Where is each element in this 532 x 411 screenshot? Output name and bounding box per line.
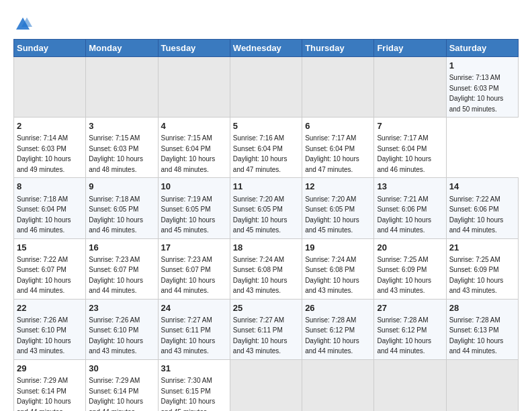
calendar-cell: 14Sunrise: 7:22 AMSunset: 6:06 PMDayligh… [446, 178, 518, 238]
day-number: 13 [377, 181, 443, 193]
calendar-cell [230, 57, 302, 118]
calendar-cell: 3Sunrise: 7:15 AMSunset: 6:03 PMDaylight… [86, 118, 158, 178]
calendar-cell: 30Sunrise: 7:29 AMSunset: 6:14 PMDayligh… [86, 359, 158, 411]
day-info: Sunrise: 7:29 AMSunset: 6:14 PMDaylight:… [17, 377, 71, 411]
day-info: Sunrise: 7:25 AMSunset: 6:09 PMDaylight:… [377, 256, 431, 295]
day-info: Sunrise: 7:22 AMSunset: 6:07 PMDaylight:… [17, 256, 71, 295]
day-number: 24 [161, 302, 227, 314]
day-number: 21 [449, 242, 515, 254]
calendar-cell [446, 359, 518, 411]
day-info: Sunrise: 7:22 AMSunset: 6:06 PMDaylight:… [449, 195, 504, 234]
day-info: Sunrise: 7:24 AMSunset: 6:08 PMDaylight:… [233, 256, 287, 295]
calendar-cell [302, 57, 374, 118]
calendar-cell: 26Sunrise: 7:28 AMSunset: 6:12 PMDayligh… [302, 299, 374, 359]
day-info: Sunrise: 7:30 AMSunset: 6:15 PMDaylight:… [161, 377, 216, 411]
weekday-header-sunday: Sunday [14, 40, 86, 57]
day-info: Sunrise: 7:14 AMSunset: 6:03 PMDaylight:… [17, 134, 71, 173]
calendar-cell: 22Sunrise: 7:26 AMSunset: 6:10 PMDayligh… [14, 299, 86, 359]
calendar-week-row: 22Sunrise: 7:26 AMSunset: 6:10 PMDayligh… [14, 299, 519, 359]
calendar-cell: 12Sunrise: 7:20 AMSunset: 6:05 PMDayligh… [302, 178, 374, 238]
day-info: Sunrise: 7:17 AMSunset: 6:04 PMDaylight:… [305, 134, 359, 173]
day-number: 15 [17, 242, 83, 254]
day-info: Sunrise: 7:19 AMSunset: 6:05 PMDaylight:… [161, 195, 216, 234]
weekday-header-wednesday: Wednesday [230, 40, 302, 57]
day-info: Sunrise: 7:17 AMSunset: 6:04 PMDaylight:… [377, 134, 431, 173]
day-number: 7 [377, 120, 443, 132]
calendar-cell: 24Sunrise: 7:27 AMSunset: 6:11 PMDayligh… [158, 299, 230, 359]
calendar-cell: 8Sunrise: 7:18 AMSunset: 6:04 PMDaylight… [14, 178, 86, 238]
calendar-cell: 17Sunrise: 7:23 AMSunset: 6:07 PMDayligh… [158, 238, 230, 299]
day-info: Sunrise: 7:15 AMSunset: 6:03 PMDaylight:… [89, 134, 143, 173]
day-info: Sunrise: 7:20 AMSunset: 6:05 PMDaylight:… [233, 195, 287, 234]
day-number: 14 [449, 181, 515, 193]
day-info: Sunrise: 7:26 AMSunset: 6:10 PMDaylight:… [17, 316, 71, 355]
day-number: 10 [161, 181, 227, 193]
calendar-cell: 16Sunrise: 7:23 AMSunset: 6:07 PMDayligh… [86, 238, 158, 299]
day-number: 4 [161, 120, 227, 132]
day-number: 28 [449, 302, 515, 314]
calendar-cell [302, 359, 374, 411]
calendar-cell [86, 57, 158, 118]
weekday-header-saturday: Saturday [446, 40, 518, 57]
calendar-cell: 15Sunrise: 7:22 AMSunset: 6:07 PMDayligh… [14, 238, 86, 299]
day-info: Sunrise: 7:25 AMSunset: 6:09 PMDaylight:… [449, 256, 504, 295]
calendar-cell: 2Sunrise: 7:14 AMSunset: 6:03 PMDaylight… [14, 118, 86, 178]
day-info: Sunrise: 7:23 AMSunset: 6:07 PMDaylight:… [89, 256, 143, 295]
calendar-week-row: 2Sunrise: 7:14 AMSunset: 6:03 PMDaylight… [14, 118, 519, 178]
day-info: Sunrise: 7:18 AMSunset: 6:05 PMDaylight:… [89, 195, 143, 234]
day-number: 6 [305, 120, 371, 132]
calendar-cell: 4Sunrise: 7:15 AMSunset: 6:04 PMDaylight… [158, 118, 230, 178]
day-info: Sunrise: 7:28 AMSunset: 6:12 PMDaylight:… [305, 316, 359, 355]
day-number: 9 [89, 181, 154, 193]
calendar-cell: 7Sunrise: 7:17 AMSunset: 6:04 PMDaylight… [374, 118, 446, 178]
calendar-page: SundayMondayTuesdayWednesdayThursdayFrid… [0, 0, 532, 411]
calendar-cell [374, 359, 446, 411]
day-info: Sunrise: 7:28 AMSunset: 6:12 PMDaylight:… [377, 316, 431, 355]
day-info: Sunrise: 7:16 AMSunset: 6:04 PMDaylight:… [233, 134, 287, 173]
day-info: Sunrise: 7:29 AMSunset: 6:14 PMDaylight:… [89, 377, 143, 411]
weekday-header-tuesday: Tuesday [158, 40, 230, 57]
day-number: 2 [17, 120, 83, 132]
day-number: 17 [161, 242, 227, 254]
calendar-cell: 27Sunrise: 7:28 AMSunset: 6:12 PMDayligh… [374, 299, 446, 359]
calendar-week-row: 8Sunrise: 7:18 AMSunset: 6:04 PMDaylight… [14, 178, 519, 238]
day-number: 11 [233, 181, 299, 193]
day-info: Sunrise: 7:15 AMSunset: 6:04 PMDaylight:… [161, 134, 216, 173]
header [13, 12, 519, 34]
day-number: 22 [17, 302, 83, 314]
day-number: 12 [305, 181, 371, 193]
day-number: 18 [233, 242, 299, 254]
day-number: 19 [305, 242, 371, 254]
calendar-cell: 23Sunrise: 7:26 AMSunset: 6:10 PMDayligh… [86, 299, 158, 359]
calendar-cell [14, 57, 86, 118]
weekday-header-monday: Monday [86, 40, 158, 57]
day-number: 5 [233, 120, 299, 132]
calendar-cell: 18Sunrise: 7:24 AMSunset: 6:08 PMDayligh… [230, 238, 302, 299]
day-info: Sunrise: 7:18 AMSunset: 6:04 PMDaylight:… [17, 195, 71, 234]
day-number: 29 [17, 363, 83, 375]
calendar-cell: 9Sunrise: 7:18 AMSunset: 6:05 PMDaylight… [86, 178, 158, 238]
day-number: 8 [17, 181, 83, 193]
calendar-cell [374, 57, 446, 118]
day-info: Sunrise: 7:21 AMSunset: 6:06 PMDaylight:… [377, 195, 431, 234]
calendar-week-row: 15Sunrise: 7:22 AMSunset: 6:07 PMDayligh… [14, 238, 519, 299]
day-number: 3 [89, 120, 154, 132]
calendar-cell: 29Sunrise: 7:29 AMSunset: 6:14 PMDayligh… [14, 359, 86, 411]
calendar-cell: 10Sunrise: 7:19 AMSunset: 6:05 PMDayligh… [158, 178, 230, 238]
calendar-cell: 13Sunrise: 7:21 AMSunset: 6:06 PMDayligh… [374, 178, 446, 238]
day-info: Sunrise: 7:23 AMSunset: 6:07 PMDaylight:… [161, 256, 216, 295]
calendar-cell: 6Sunrise: 7:17 AMSunset: 6:04 PMDaylight… [302, 118, 374, 178]
calendar-week-row: 1Sunrise: 7:13 AMSunset: 6:03 PMDaylight… [14, 57, 519, 118]
day-info: Sunrise: 7:26 AMSunset: 6:10 PMDaylight:… [89, 316, 143, 355]
day-info: Sunrise: 7:27 AMSunset: 6:11 PMDaylight:… [161, 316, 216, 355]
weekday-header-friday: Friday [374, 40, 446, 57]
day-number: 27 [377, 302, 443, 314]
calendar-cell: 31Sunrise: 7:30 AMSunset: 6:15 PMDayligh… [158, 359, 230, 411]
calendar-cell [158, 57, 230, 118]
day-info: Sunrise: 7:13 AMSunset: 6:03 PMDaylight:… [449, 74, 504, 113]
calendar-cell: 25Sunrise: 7:27 AMSunset: 6:11 PMDayligh… [230, 299, 302, 359]
day-number: 16 [89, 242, 154, 254]
day-number: 23 [89, 302, 154, 314]
calendar-cell: 21Sunrise: 7:25 AMSunset: 6:09 PMDayligh… [446, 238, 518, 299]
weekday-header-row: SundayMondayTuesdayWednesdayThursdayFrid… [14, 40, 519, 57]
